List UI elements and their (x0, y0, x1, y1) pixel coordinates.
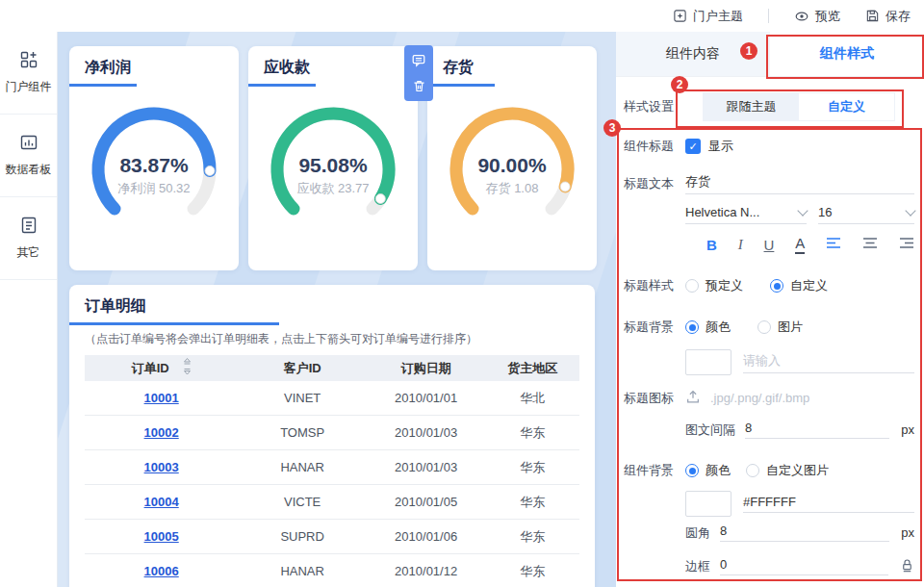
style-setting-label: 样式设置 (624, 98, 685, 115)
title-bg-image-radio[interactable] (757, 320, 771, 334)
border-input[interactable]: 0 (720, 557, 888, 575)
card-title-underline (69, 84, 137, 87)
customer-id-cell: HANAR (238, 450, 367, 485)
bold-button[interactable]: B (706, 237, 717, 253)
component-bg-color-label: 颜色 (706, 462, 731, 479)
component-bg-image-radio[interactable] (746, 464, 759, 477)
comment-icon[interactable] (408, 50, 429, 71)
order-table-card[interactable]: 订单明细 （点击订单编号将会弹出订单明细表，点击上下箭头可对订单编号进行排序） … (69, 285, 595, 587)
panel-tabs: 组件内容 组件样式 (616, 32, 924, 77)
order-id-link[interactable]: 10004 (144, 495, 179, 509)
title-bg-label: 标题背景 (624, 319, 685, 336)
title-bg-color-radio[interactable] (685, 320, 699, 334)
portal-theme-label: 门户主题 (693, 8, 743, 25)
underline-button[interactable]: U (764, 237, 775, 253)
gauge-percent: 90.00% (427, 154, 597, 177)
title-text-input[interactable]: 存货 (685, 173, 914, 194)
gauge-card[interactable]: 应收款 95.08% 应收款 23.77 (248, 46, 418, 270)
upload-icon[interactable] (685, 389, 701, 407)
border-lock-icon[interactable] (900, 557, 914, 575)
predefined-radio[interactable] (685, 279, 699, 293)
font-size-select[interactable]: 16 (818, 205, 914, 224)
component-title-label: 组件标题 (624, 138, 685, 155)
icon-gap-label: 图文间隔 (685, 421, 735, 439)
font-family-select[interactable]: Helvetica N... (685, 205, 807, 224)
predefined-label: 预定义 (706, 277, 743, 294)
component-bg-color-swatch[interactable] (685, 491, 732, 517)
gauge-card[interactable]: 存货 90.00% 存货 1.08 (427, 46, 597, 270)
table-row: 10005 SUPRD 2010/01/06 华东 (85, 520, 579, 554)
sidebar-item-data-dashboard[interactable]: 数据看板 (0, 115, 57, 197)
tab-component-style[interactable]: 组件样式 (770, 32, 924, 76)
document-icon (19, 216, 38, 238)
order-id-link[interactable]: 10002 (144, 425, 179, 440)
annotation-badge-1: 1 (740, 42, 757, 60)
sidebar-item-label: 门户组件 (6, 79, 52, 95)
order-id-cell: 10006 (85, 554, 238, 587)
font-size-value: 16 (818, 205, 832, 219)
radius-unit: px (901, 525, 914, 540)
order-id-link[interactable]: 10006 (144, 564, 179, 578)
component-bg-color-input[interactable]: #FFFFFF (743, 495, 914, 513)
column-header-region: 货主地区 (485, 355, 579, 381)
title-bg-color-swatch[interactable] (685, 349, 732, 375)
sidebar: 门户组件 数据看板 其它 (0, 32, 58, 587)
customer-id-cell: SUPRD (238, 520, 367, 554)
show-title-checkbox[interactable]: ✓ (685, 139, 701, 154)
table-row: 10002 TOMSP 2010/01/03 华东 (85, 416, 579, 450)
component-bg-image-label: 自定义图片 (766, 462, 829, 479)
custom-style-radio[interactable] (770, 279, 783, 293)
components-icon (19, 50, 38, 72)
customer-id-cell: VICTE (238, 485, 367, 520)
order-id-link[interactable]: 10005 (144, 529, 179, 544)
style-mode-switch: 跟随主题 自定义 (703, 92, 895, 121)
dashboard-canvas: 净利润 83.87% 净利润 50.32 应收款 95.08% 应收款 23.7 (58, 32, 616, 587)
sidebar-item-label: 其它 (17, 244, 40, 261)
mode-follow-theme[interactable]: 跟随主题 (704, 93, 799, 120)
align-center-icon[interactable] (862, 237, 878, 252)
gauge-subtitle: 存货 1.08 (427, 180, 597, 197)
column-header-order-id: 订单ID (85, 355, 238, 381)
gauge-subtitle: 应收款 23.77 (248, 180, 418, 197)
component-bg-row: 组件背景 颜色 自定义图片 (624, 462, 914, 479)
italic-button[interactable]: I (738, 237, 743, 253)
order-date-cell: 2010/01/05 (367, 485, 485, 520)
format-row: B I U A (624, 236, 914, 254)
table-row: 10003 HANAR 2010/01/03 华东 (85, 450, 579, 485)
title-bg-image-label: 图片 (778, 319, 803, 336)
title-style-row: 标题样式 预定义 自定义 (624, 277, 914, 294)
region-cell: 华东 (485, 485, 579, 520)
order-id-link[interactable]: 10001 (144, 391, 179, 405)
portal-theme-button[interactable]: 门户主题 (673, 8, 743, 25)
card-title: 净利润 (69, 46, 239, 84)
gauge-labels: 95.08% 应收款 23.77 (248, 154, 418, 197)
title-bg-color-input[interactable]: 请输入 (743, 352, 914, 373)
font-color-button[interactable]: A (795, 236, 805, 254)
preview-button[interactable]: 预览 (794, 8, 840, 25)
save-button[interactable]: 保存 (865, 8, 911, 25)
trash-icon[interactable] (408, 75, 429, 96)
style-setting-row: 样式设置 跟随主题 自定义 (624, 92, 895, 121)
component-title-row: 组件标题 ✓ 显示 (624, 138, 914, 155)
align-right-icon[interactable] (899, 237, 914, 252)
align-left-icon[interactable] (826, 237, 841, 252)
annotation-badge-3: 3 (603, 119, 621, 137)
region-cell: 华东 (485, 520, 579, 554)
save-icon (865, 9, 880, 23)
order-id-link[interactable]: 10003 (144, 460, 179, 474)
region-cell: 华北 (485, 381, 579, 416)
order-id-cell: 10005 (85, 520, 238, 554)
sort-icon[interactable] (183, 357, 192, 379)
radius-input[interactable]: 8 (720, 523, 889, 542)
order-date-cell: 2010/01/12 (367, 554, 485, 587)
mode-custom[interactable]: 自定义 (799, 93, 894, 120)
column-header-order-date: 订购日期 (367, 355, 485, 381)
order-date-cell: 2010/01/03 (367, 450, 485, 485)
table-row: 10006 HANAR 2010/01/12 华东 (85, 554, 579, 587)
sidebar-item-portal-components[interactable]: 门户组件 (0, 32, 57, 115)
icon-gap-input[interactable]: 8 (745, 421, 889, 439)
component-bg-color-radio[interactable] (685, 464, 699, 477)
gauge-card[interactable]: 净利润 83.87% 净利润 50.32 (69, 46, 239, 270)
topbar: 门户主题 预览 保存 (0, 0, 924, 32)
sidebar-item-other[interactable]: 其它 (0, 197, 57, 280)
